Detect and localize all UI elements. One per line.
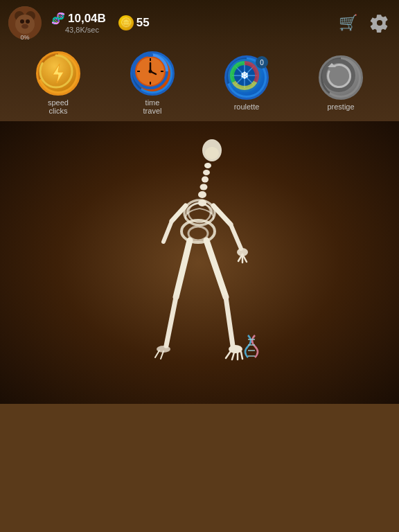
roulette-badge: 0 xyxy=(256,56,268,69)
svg-line-58 xyxy=(176,240,190,297)
powerup-prestige-label: prestige xyxy=(327,103,354,111)
powerup-roulette[interactable]: ❄ 0 roulette xyxy=(224,55,269,111)
svg-point-35 xyxy=(202,177,209,183)
avatar[interactable]: 0% xyxy=(8,6,42,39)
svg-line-48 xyxy=(163,221,172,242)
powerup-prestige[interactable]: prestige xyxy=(319,55,363,111)
svg-point-5 xyxy=(26,19,30,24)
svg-rect-19 xyxy=(148,53,153,57)
svg-point-6 xyxy=(21,24,28,28)
currency-value: 10,04B xyxy=(68,12,106,26)
main-scene[interactable] xyxy=(0,121,399,404)
gold-value: 55 xyxy=(136,16,150,30)
powerup-speed-clicks[interactable]: speedclicks xyxy=(36,51,80,115)
svg-line-59 xyxy=(166,297,176,346)
gear-icon xyxy=(370,13,389,33)
svg-point-49 xyxy=(181,220,215,242)
svg-line-61 xyxy=(155,351,159,357)
svg-marker-8 xyxy=(53,64,64,83)
svg-line-41 xyxy=(213,206,231,224)
top-actions: 🛒 xyxy=(337,12,391,34)
gold-block: 🪙 55 xyxy=(118,15,150,30)
powerup-time-label: timetravel xyxy=(143,98,162,115)
top-bar: 0% 🧬 10,04B 43,8K/sec 🪙 55 🛒 xyxy=(0,0,399,45)
currency-block: 🧬 10,04B 43,8K/sec xyxy=(51,12,106,34)
svg-point-34 xyxy=(203,170,210,175)
svg-point-13 xyxy=(149,70,152,73)
svg-point-36 xyxy=(200,184,208,190)
gold-icon: 🪙 xyxy=(118,15,134,30)
currency-rate: 43,8K/sec xyxy=(65,26,99,34)
dna-icon: 🧬 xyxy=(51,12,65,25)
powerup-time-travel[interactable]: timetravel xyxy=(130,51,175,115)
svg-text:❄: ❄ xyxy=(240,70,249,81)
avatar-percent: 0% xyxy=(20,34,29,41)
svg-point-33 xyxy=(204,163,211,168)
powerup-roulette-label: roulette xyxy=(234,103,260,111)
settings-button[interactable] xyxy=(369,12,391,34)
svg-point-4 xyxy=(20,19,24,24)
svg-line-54 xyxy=(226,351,231,358)
svg-point-32 xyxy=(205,147,219,159)
svg-line-55 xyxy=(232,353,234,360)
svg-line-52 xyxy=(226,297,233,346)
cart-button[interactable]: 🛒 xyxy=(337,12,359,34)
svg-line-57 xyxy=(241,352,242,359)
powerups-row: speedclicks xyxy=(0,45,399,121)
svg-line-51 xyxy=(206,240,226,297)
svg-line-42 xyxy=(231,224,241,249)
skeleton xyxy=(109,131,290,394)
svg-point-37 xyxy=(198,191,206,198)
powerup-speed-label: speedclicks xyxy=(48,98,69,115)
